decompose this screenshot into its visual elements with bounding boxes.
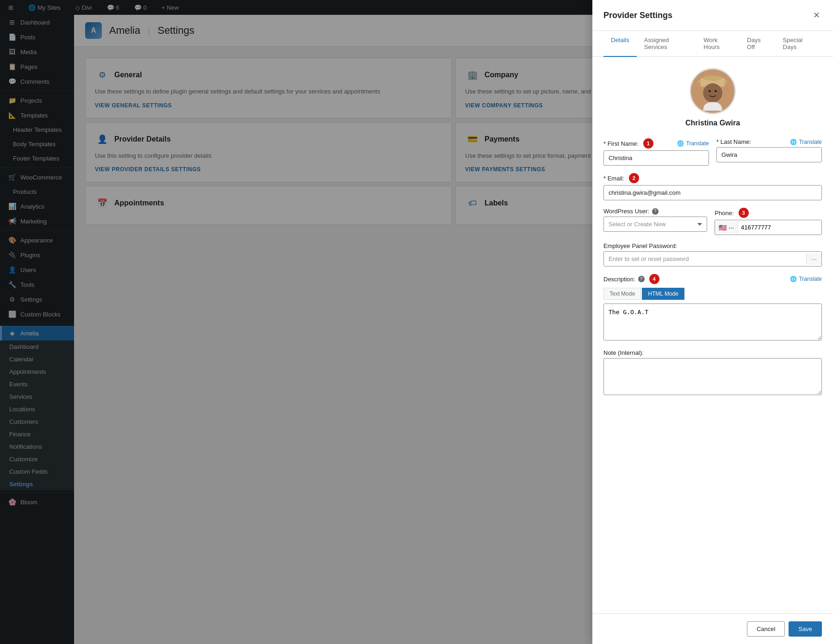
note-row: Note (Internal): — [603, 349, 822, 395]
wp-user-phone-row: WordPress User: ? Select or Create New P… — [603, 208, 822, 235]
cancel-button[interactable]: Cancel — [747, 621, 785, 637]
password-toggle-btn[interactable]: ··· — [806, 254, 821, 265]
last-name-group: * Last Name: 🌐 Translate — [716, 138, 822, 166]
phone-dots-btn: ··· — [728, 224, 734, 231]
last-name-translate-label: Translate — [799, 139, 822, 145]
first-name-translate-btn[interactable]: 🌐 Translate — [677, 140, 709, 147]
svg-point-4 — [703, 83, 722, 102]
first-name-input[interactable] — [603, 150, 709, 166]
mode-buttons: Text Mode HTML Mode — [603, 288, 822, 300]
wp-user-label: WordPress User: — [603, 208, 649, 215]
phone-flag-selector[interactable]: 🇺🇸 ··· — [715, 221, 738, 234]
modal-close-button[interactable]: ✕ — [811, 9, 822, 21]
save-button[interactable]: Save — [789, 621, 822, 637]
password-label-row: Employee Panel Password: — [603, 242, 822, 249]
description-translate-label: Translate — [799, 276, 822, 282]
wp-user-label-row: WordPress User: ? — [603, 208, 707, 215]
description-translate-btn[interactable]: 🌐 Translate — [790, 276, 822, 282]
password-dots-icon: ··· — [811, 255, 817, 263]
phone-group: Phone: 3 🇺🇸 ··· — [715, 208, 822, 235]
provider-settings-modal: Provider Settings ✕ Details Assigned Ser… — [592, 0, 833, 644]
svg-point-3 — [703, 75, 722, 80]
tab-days-off[interactable]: Days Off — [740, 31, 775, 57]
tab-details-label: Details — [611, 37, 629, 43]
modal-title: Provider Settings — [603, 11, 672, 20]
step-badge-4: 4 — [649, 274, 659, 284]
tab-work-hours-label: Work Hours — [703, 37, 720, 50]
last-name-label: * Last Name: — [716, 138, 751, 145]
wp-user-help-icon: ? — [652, 208, 659, 215]
modal-header: Provider Settings ✕ — [592, 0, 833, 31]
avatar-section: Christina Gwira — [603, 68, 822, 127]
email-label-row: * Email: 2 — [603, 173, 822, 183]
first-name-label-row: * First Name: 1 🌐 Translate — [603, 138, 709, 149]
note-group: Note (Internal): — [603, 349, 822, 395]
step-badge-1: 1 — [643, 138, 653, 149]
phone-number-input[interactable] — [738, 220, 821, 235]
wp-user-group: WordPress User: ? Select or Create New — [603, 208, 707, 235]
modal-body: Christina Gwira * First Name: 1 🌐 Transl… — [592, 57, 833, 613]
description-row: Description: ? 4 🌐 Translate Text Mode H… — [603, 274, 822, 342]
tab-days-off-label: Days Off — [747, 37, 761, 50]
globe-icon-last-name: 🌐 — [790, 139, 797, 145]
email-group: * Email: 2 — [603, 173, 822, 200]
description-label-text: Description: — [603, 276, 635, 283]
note-label-row: Note (Internal): — [603, 349, 822, 356]
email-input[interactable] — [603, 185, 822, 200]
last-name-label-row: * Last Name: 🌐 Translate — [716, 138, 822, 145]
globe-icon-first-name: 🌐 — [677, 140, 684, 147]
tab-special-days-label: Special Days — [783, 37, 803, 50]
tab-special-days[interactable]: Special Days — [776, 31, 822, 57]
tab-assigned-services-label: Assigned Services — [644, 37, 669, 50]
modal-tabs: Details Assigned Services Work Hours Day… — [592, 31, 833, 57]
description-label-row: Description: ? 4 🌐 Translate — [603, 274, 822, 284]
password-group: Employee Panel Password: ··· — [603, 242, 822, 266]
phone-input-group: 🇺🇸 ··· — [715, 220, 822, 235]
name-row: * First Name: 1 🌐 Translate * Last Name:… — [603, 138, 822, 166]
first-name-translate-label: Translate — [686, 140, 709, 147]
first-name-group: * First Name: 1 🌐 Translate — [603, 138, 709, 166]
password-input-group: ··· — [603, 251, 822, 266]
us-flag-icon: 🇺🇸 — [719, 224, 727, 231]
avatar-name: Christina Gwira — [685, 119, 740, 127]
description-textarea[interactable]: The G.O.A.T — [603, 303, 822, 341]
password-input[interactable] — [604, 252, 806, 266]
email-row: * Email: 2 — [603, 173, 822, 200]
step-badge-3: 3 — [739, 208, 749, 218]
text-mode-btn[interactable]: Text Mode — [603, 288, 641, 300]
avatar[interactable] — [690, 68, 736, 114]
tab-work-hours[interactable]: Work Hours — [696, 31, 740, 57]
html-mode-btn[interactable]: HTML Mode — [642, 288, 684, 300]
tab-details[interactable]: Details — [603, 31, 637, 57]
globe-icon-description: 🌐 — [790, 276, 797, 282]
password-label: Employee Panel Password: — [603, 242, 677, 249]
password-row: Employee Panel Password: ··· — [603, 242, 822, 266]
phone-label-row: Phone: 3 — [715, 208, 822, 218]
last-name-input[interactable] — [716, 147, 822, 162]
last-name-translate-btn[interactable]: 🌐 Translate — [790, 139, 822, 145]
avatar-image — [691, 68, 734, 114]
svg-point-5 — [709, 90, 711, 93]
email-label: * Email: — [603, 175, 624, 182]
modal-overlay[interactable]: Provider Settings ✕ Details Assigned Ser… — [0, 0, 833, 644]
tab-assigned-services[interactable]: Assigned Services — [637, 31, 696, 57]
svg-point-6 — [715, 90, 717, 93]
note-textarea[interactable] — [603, 358, 822, 395]
description-label: Description: ? 4 — [603, 274, 659, 284]
wp-user-select[interactable]: Select or Create New — [603, 217, 707, 232]
note-label: Note (Internal): — [603, 349, 644, 356]
first-name-label: * First Name: — [603, 140, 639, 147]
step-badge-2: 2 — [629, 173, 639, 183]
phone-label: Phone: — [715, 210, 734, 217]
modal-footer: Cancel Save — [592, 613, 833, 644]
description-help-icon: ? — [638, 276, 645, 282]
